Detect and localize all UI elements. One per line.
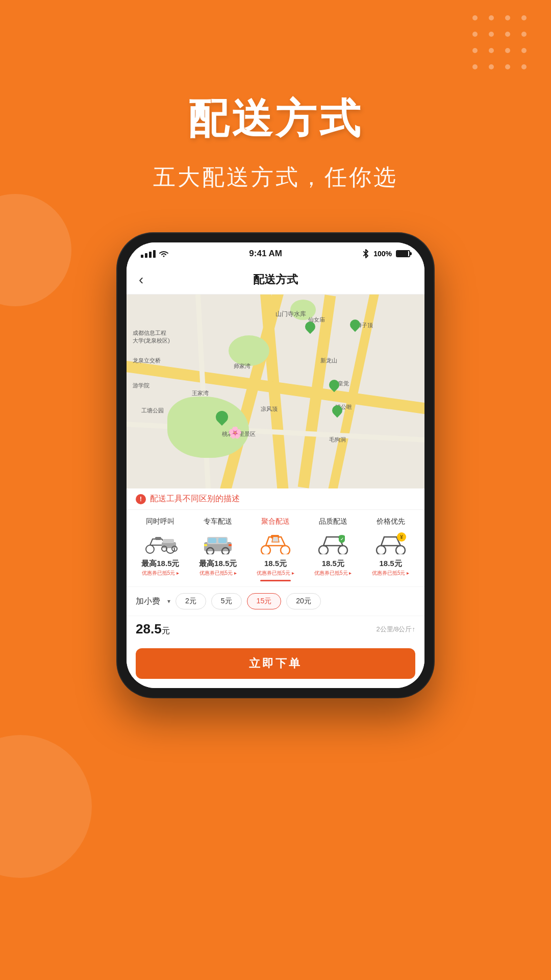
option-icon-5: ¥: [370, 530, 411, 556]
price-unit: 元: [162, 626, 170, 635]
option-price-2: 最高18.5元: [199, 559, 237, 569]
option-icon-4: ✓: [313, 530, 354, 556]
option-name-1: 同时呼叫: [146, 517, 174, 526]
map-label-youxueyuan: 游学院: [133, 382, 149, 389]
delivery-options: 同时呼叫: [127, 510, 424, 586]
map-label-shanmen: 山门寺水库: [276, 310, 306, 318]
delivery-info: 2公里/8公斤↑: [376, 625, 415, 634]
car-icon: [200, 532, 236, 554]
option-name-3: 聚合配送: [261, 517, 290, 526]
svg-point-18: [319, 546, 328, 554]
option-name-2: 专车配送: [204, 517, 232, 526]
map-area: 山门寺水库 成都信息工程大学(龙泉校区) 龙泉立交桥 仙女庙 狮子顶 新龙山 玉…: [127, 295, 424, 488]
svg-rect-4: [163, 539, 174, 543]
amount-btn-15yuan[interactable]: 15元: [247, 593, 282, 609]
map-label-shijia: 师家湾: [234, 362, 251, 370]
map-pin-special: 🌸: [228, 426, 242, 439]
svg-point-19: [338, 546, 347, 554]
option-price-4: 18.5元: [322, 559, 344, 569]
warning-text: 配送工具不同区别的描述: [150, 494, 240, 504]
option-simultaneous[interactable]: 同时呼叫: [135, 517, 186, 581]
bg-arc-bottom-left: [0, 735, 92, 878]
app-navbar: ‹ 配送方式: [127, 265, 424, 295]
map-label-maogou: 毛狗洞: [329, 436, 346, 444]
option-coupon-3: 优惠券已抵5元 ▸: [257, 570, 294, 577]
option-active-indicator: [260, 580, 291, 581]
green-area-2: [229, 335, 269, 366]
warning-strip: ! 配送工具不同区别的描述: [127, 488, 424, 510]
svg-rect-9: [208, 538, 216, 543]
phone-inner: 9:41 AM 100% ‹ 配送方式: [127, 242, 424, 688]
battery-percent: 100%: [373, 250, 392, 258]
map-label-xinlong: 新龙山: [320, 357, 337, 364]
nav-title: 配送方式: [253, 272, 298, 287]
total-row: 28.5元 2公里/8公斤↑: [127, 616, 424, 642]
option-name-5: 价格优先: [377, 517, 405, 526]
map-label-chengdu: 成都信息工程大学(龙泉校区): [133, 329, 170, 344]
status-time: 9:41 AM: [249, 249, 282, 259]
option-coupon-5: 优惠券已抵5元 ▸: [372, 570, 409, 577]
svg-rect-10: [218, 538, 227, 543]
extra-options: 加小费 ▾ 2元 5元 15元 20元: [127, 586, 424, 616]
svg-rect-2: [155, 537, 161, 540]
amount-btn-2yuan[interactable]: 2元: [176, 593, 206, 609]
bluetooth-icon: [362, 249, 369, 258]
map-label-liangfeng: 凉风顶: [261, 405, 278, 413]
option-price-5: 18.5元: [379, 559, 402, 569]
option-quality[interactable]: 品质配送 ✓ 18.5元: [308, 517, 359, 581]
option-coupon-1: 优惠券已抵5元 ▸: [142, 570, 179, 577]
status-left: [141, 250, 169, 258]
battery-icon: [396, 250, 410, 257]
svg-point-15: [261, 546, 270, 554]
map-label-wangjia: 王家湾: [192, 389, 209, 397]
svg-point-21: [377, 546, 386, 554]
moto-coin-icon: ¥: [373, 532, 409, 554]
page-subtitle: 五大配送方式，任你选: [0, 162, 551, 192]
header-section: 配送方式 五大配送方式，任你选: [0, 0, 551, 192]
page-title: 配送方式: [0, 92, 551, 147]
svg-point-22: [396, 546, 405, 554]
wifi-icon: [159, 250, 169, 258]
phone-mockup: 9:41 AM 100% ‹ 配送方式: [0, 233, 551, 697]
extra-label: 加小费: [136, 596, 160, 607]
extra-row: 加小费 ▾ 2元 5元 15元 20元: [136, 593, 415, 609]
back-button[interactable]: ‹: [139, 272, 143, 288]
amount-btn-20yuan[interactable]: 20元: [286, 593, 321, 609]
option-coupon-2: 优惠券已抵5元 ▸: [199, 570, 237, 577]
svg-text:¥: ¥: [400, 534, 403, 540]
map-pin-5: [348, 317, 362, 332]
map-label-gongtang: 工塘公园: [141, 407, 164, 414]
options-row: 同时呼叫: [127, 517, 424, 581]
order-btn-area: 立即下单: [127, 642, 424, 688]
order-button[interactable]: 立即下单: [136, 648, 415, 679]
option-icon-3: [255, 530, 296, 556]
option-coupon-4: 优惠券已抵5元 ▸: [314, 570, 352, 577]
map-label-longquan: 龙泉立交桥: [133, 357, 161, 364]
moto-shield-icon: ✓: [315, 532, 351, 554]
status-bar: 9:41 AM 100%: [127, 242, 424, 265]
amount-btn-5yuan[interactable]: 5元: [211, 593, 242, 609]
svg-point-16: [281, 546, 290, 554]
svg-rect-14: [229, 544, 232, 546]
map-background: 山门寺水库 成都信息工程大学(龙泉校区) 龙泉立交桥 仙女庙 狮子顶 新龙山 玉…: [127, 295, 424, 488]
signal-bars: [141, 250, 156, 258]
option-icon-2: [197, 530, 238, 556]
option-price-1: 最高18.5元: [141, 559, 179, 569]
option-name-4: 品质配送: [319, 517, 347, 526]
svg-point-0: [146, 545, 154, 553]
dropdown-icon[interactable]: ▾: [167, 598, 170, 605]
moto-car-icon: [142, 532, 178, 554]
svg-rect-13: [204, 544, 207, 546]
total-price: 28.5元: [136, 621, 170, 636]
warning-icon: !: [136, 494, 146, 504]
svg-text:✓: ✓: [340, 537, 343, 542]
option-dedicated[interactable]: 专车配送: [192, 517, 243, 581]
option-price-3: 18.5元: [264, 559, 287, 569]
total-price-area: 28.5元: [136, 621, 170, 637]
option-combined[interactable]: 聚合配送 18.5元 优惠券已抵5元: [250, 517, 301, 581]
phone-outer: 9:41 AM 100% ‹ 配送方式: [117, 233, 434, 697]
moto-icon: [258, 532, 293, 554]
option-icon-1: [140, 530, 181, 556]
option-economy[interactable]: 价格优先 ¥ 18.5元: [365, 517, 416, 581]
price-value: 28.5: [136, 621, 162, 636]
